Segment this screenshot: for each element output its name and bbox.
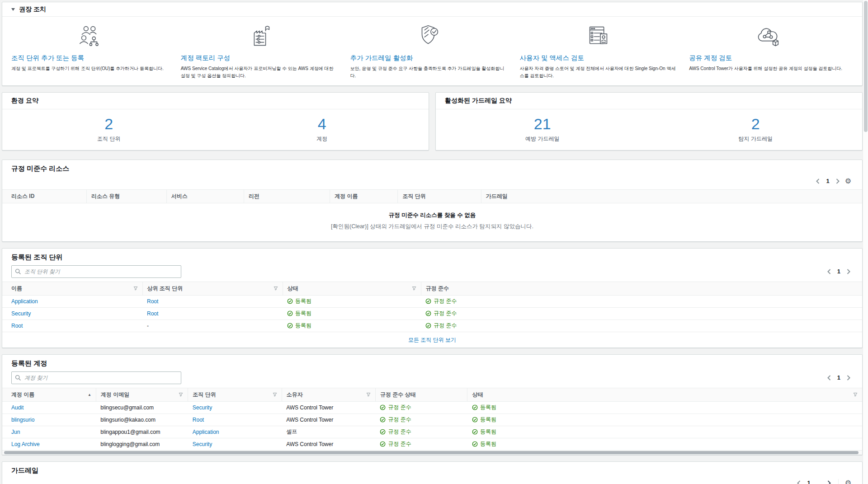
account-table-row: Jun blingappou1@gmail.com Application 셀프… <box>2 426 862 438</box>
account-name-link[interactable]: blingsurio <box>11 417 34 423</box>
state-badge: 등록됨 <box>287 297 311 305</box>
prev-page-button[interactable] <box>825 268 834 276</box>
account-ou-link[interactable]: Security <box>193 441 212 447</box>
page-ellipsis: … <box>814 479 824 484</box>
view-all-ous-link[interactable]: 모든 조직 단위 보기 <box>408 337 456 343</box>
noncompliant-toolbar: 1 ⚙ <box>2 175 862 189</box>
col-service: 서비스 <box>166 189 244 203</box>
registered-ous-table: 이름 상위 조직 단위 상태 규정 준수 Application Root 등록… <box>2 282 862 332</box>
section-title: 등록된 계정 <box>2 355 862 370</box>
recommended-cards: 조직 단위 추가 또는 등록 계정 및 프로젝트를 구성하기 위해 조직 단위(… <box>2 17 862 85</box>
check-circle-icon-label: 등록됨 <box>480 428 496 436</box>
filter-icon[interactable] <box>179 392 183 397</box>
ou-table-row: Application Root 등록됨 규정 준수 <box>2 295 862 307</box>
metric-value-link[interactable]: 21 <box>436 115 649 133</box>
account-name-link[interactable]: Log Archive <box>11 441 40 447</box>
next-page-button[interactable] <box>833 177 842 185</box>
horizontal-scrollbar[interactable] <box>2 451 862 455</box>
section-title: 활성화된 가드레일 요약 <box>445 97 853 105</box>
col-state: 상태 <box>283 282 421 295</box>
card-desc: 보안, 운영 및 규정 준수 요구 사항을 충족하도록 추가 가드레일을 활성화… <box>350 65 508 79</box>
account-ou-link[interactable]: Application <box>193 429 219 435</box>
card-add-org-unit: 조직 단위 추가 또는 등록 계정 및 프로젝트를 구성하기 위해 조직 단위(… <box>9 22 178 79</box>
check-circle-icon-label: 규정 준수 <box>434 297 457 305</box>
metric-label: 계정 <box>216 135 429 143</box>
card-desc: AWS Service Catalog에서 사용자가 프로비저닝할 수 있는 A… <box>181 65 339 79</box>
compliance-badge: 규정 준수 <box>425 322 457 329</box>
ou-parent-link[interactable]: Root <box>147 298 158 305</box>
pagination: 1 … ⚙ <box>794 479 853 484</box>
metric-label: 탐지 가드레일 <box>649 135 863 143</box>
metric-value-link[interactable]: 2 <box>2 115 216 133</box>
account-name-link[interactable]: Jun <box>11 429 20 435</box>
metric-value-link[interactable]: 4 <box>216 115 429 133</box>
card-review-users: 사용자 및 액세스 검토 사용자 자격 증명 스토어 및 계정 전체에서 사용자… <box>517 22 686 79</box>
state-badge: 등록됨 <box>472 404 496 411</box>
enabled-guardrails-summary-panel: 활성화된 가드레일 요약 21 예방 가드레일 2 탐지 가드레일 <box>435 92 863 150</box>
card-link-account-factory[interactable]: 계정 팩토리 구성 <box>181 54 339 62</box>
card-link-review-users[interactable]: 사용자 및 액세스 검토 <box>519 54 677 62</box>
account-search-input[interactable] <box>11 371 181 384</box>
page-number[interactable]: 1 <box>823 178 832 184</box>
state-badge: 등록됨 <box>472 428 496 436</box>
filter-icon[interactable] <box>366 392 371 397</box>
compliance-badge: 규정 준수 <box>425 297 457 305</box>
col-parent-ou: 상위 조직 단위 <box>142 282 283 295</box>
ou-parent-link[interactable]: - <box>147 323 149 329</box>
prev-page-button[interactable] <box>813 177 822 185</box>
recommended-actions-expander[interactable]: 권장 조치 <box>2 2 862 17</box>
col-org-unit: 조직 단위 <box>188 388 282 401</box>
ou-table-row: Security Root 등록됨 규정 준수 <box>2 307 862 320</box>
ou-search-input[interactable] <box>11 265 181 278</box>
card-link-add-org-unit[interactable]: 조직 단위 추가 또는 등록 <box>11 54 169 62</box>
check-circle-icon-label: 등록됨 <box>480 416 496 423</box>
section-title: 환경 요약 <box>11 97 420 105</box>
next-page-button[interactable] <box>844 268 853 276</box>
filter-icon[interactable] <box>853 392 858 397</box>
page-number[interactable]: 1 <box>835 374 843 381</box>
ou-parent-link[interactable]: Root <box>147 310 158 317</box>
recommended-actions-panel: 권장 조치 조직 단위 추가 또는 등록 계정 및 프로젝트를 구성하기 위해 … <box>2 2 863 86</box>
account-name-link[interactable]: Audit <box>11 404 24 411</box>
col-compliance-status: 규정 준수 상태 <box>375 388 467 401</box>
metric-value-link[interactable]: 2 <box>649 115 863 133</box>
next-page-button[interactable] <box>825 479 834 484</box>
col-guardrail: 가드레일 <box>481 189 862 203</box>
card-link-review-shared-accounts[interactable]: 공유 계정 검토 <box>689 54 847 62</box>
state-badge: 등록됨 <box>287 322 311 329</box>
metric: 21 예방 가드레일 <box>436 115 649 143</box>
pagination: 1 <box>825 268 853 276</box>
filter-icon[interactable] <box>412 286 416 291</box>
filter-icon[interactable] <box>274 286 278 291</box>
state-badge: 등록됨 <box>472 416 496 423</box>
col-account-name[interactable]: 계정 이름▲ <box>2 388 96 401</box>
settings-gear-icon[interactable]: ⚙ <box>843 177 853 186</box>
account-search <box>11 371 181 384</box>
prev-page-button[interactable] <box>825 374 834 382</box>
settings-gear-icon[interactable]: ⚙ <box>843 479 853 484</box>
account-owner: AWS Control Tower <box>282 401 375 414</box>
section-title: 규정 미준수 리소스 <box>2 160 862 175</box>
next-page-button[interactable] <box>844 374 853 382</box>
page-number[interactable]: 1 <box>835 268 843 275</box>
ou-name-link[interactable]: Security <box>11 310 31 317</box>
section-title: 권장 조치 <box>19 5 46 14</box>
sort-ascending-icon[interactable]: ▲ <box>88 393 91 397</box>
horizontal-scrollbar-thumb[interactable] <box>4 451 859 454</box>
card-link-enable-guardrails[interactable]: 추가 가드레일 활성화 <box>350 54 508 62</box>
account-ou-link[interactable]: Root <box>193 417 204 423</box>
account-ou-link[interactable]: Security <box>193 404 212 411</box>
filter-icon[interactable] <box>273 392 277 397</box>
account-email: blingsurio@kakao.com <box>96 414 188 426</box>
prev-page-button[interactable] <box>794 479 803 484</box>
divider <box>838 479 839 484</box>
filter-icon[interactable] <box>133 286 138 291</box>
page-scrollbar-thumb[interactable] <box>864 1 868 132</box>
ou-name-link[interactable]: Application <box>11 298 38 305</box>
page-number[interactable]: 1 <box>804 479 813 484</box>
check-circle-icon-label: 규정 준수 <box>434 322 457 329</box>
col-resource-id: 리소스 ID <box>2 189 86 203</box>
card-desc: 사용자 자격 증명 스토어 및 계정 전체에서 사용자에 대한 Single S… <box>519 65 677 79</box>
ou-name-link[interactable]: Root <box>11 323 23 329</box>
page-scrollbar[interactable] <box>863 0 868 484</box>
